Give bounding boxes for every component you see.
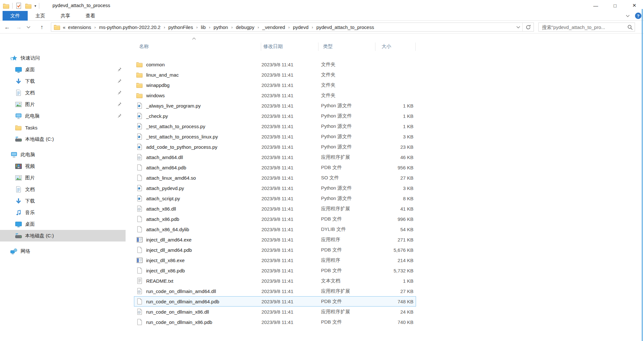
file-row[interactable]: linux_and_mac2023/9/8 11:41文件夹 bbox=[134, 70, 416, 80]
pin-icon[interactable] bbox=[117, 67, 122, 71]
breadcrumb-segment[interactable]: debugpy bbox=[234, 24, 257, 30]
properties-check-icon[interactable] bbox=[15, 2, 22, 9]
file-row[interactable]: run_code_on_dllmain_amd64.pdb2023/9/8 11… bbox=[134, 296, 416, 307]
file-name-cell: inject_dll_amd64.exe bbox=[134, 236, 261, 243]
file-size-cell: 27 KB bbox=[381, 289, 416, 294]
new-folder-icon[interactable] bbox=[25, 2, 32, 9]
file-row[interactable]: attach_amd64.pdb2023/9/8 11:41PDB 文件956 … bbox=[134, 162, 416, 173]
breadcrumb-segment[interactable]: ms-python.python-2022.20.2 bbox=[97, 24, 162, 30]
column-header-size[interactable]: 大小 bbox=[382, 43, 391, 50]
back-button[interactable]: ← bbox=[3, 24, 11, 31]
file-size-cell: 748 KB bbox=[381, 299, 416, 304]
file-row[interactable]: run_code_on_dllmain_x86.dll2023/9/8 11:4… bbox=[134, 307, 416, 317]
column-divider[interactable] bbox=[415, 43, 416, 51]
column-header-type[interactable]: 类型 bbox=[323, 43, 333, 50]
pin-icon[interactable] bbox=[117, 90, 122, 95]
minimize-button[interactable]: — bbox=[586, 0, 605, 11]
column-header-date-modified[interactable]: 修改日期 bbox=[263, 43, 283, 50]
refresh-icon[interactable] bbox=[523, 24, 534, 30]
sidebar-item-音乐[interactable]: 音乐 bbox=[0, 207, 126, 218]
file-row[interactable]: attach_linux_amd64.so2023/9/8 11:41SO 文件… bbox=[134, 173, 416, 183]
sidebar-item-Tasks[interactable]: Tasks bbox=[0, 122, 126, 133]
file-row[interactable]: inject_dll_amd64.exe2023/9/8 11:41应用程序27… bbox=[134, 234, 416, 245]
breadcrumb-overflow-chevrons[interactable]: « bbox=[63, 24, 66, 30]
search-input[interactable] bbox=[539, 24, 625, 30]
address-box[interactable]: «extensions›ms-python.python-2022.20.2›p… bbox=[51, 23, 534, 32]
breadcrumb-separator-icon: › bbox=[195, 25, 199, 30]
address-dropdown-chevron-icon[interactable] bbox=[514, 26, 522, 29]
date-modified-cell: 2023/9/8 11:41 bbox=[261, 72, 321, 78]
collapse-ribbon-chevron-icon[interactable] bbox=[626, 14, 630, 17]
tab-查看[interactable]: 查看 bbox=[78, 11, 103, 21]
file-row[interactable]: attach_x86.pdb2023/9/8 11:41PDB 文件996 KB bbox=[134, 214, 416, 224]
file-row[interactable]: attach_amd64.dll2023/9/8 11:41应用程序扩展46 K… bbox=[134, 152, 416, 162]
file-row[interactable]: inject_dll_x86.pdb2023/9/8 11:41PDB 文件5,… bbox=[134, 265, 416, 276]
tab-主页[interactable]: 主页 bbox=[28, 11, 53, 21]
file-row[interactable]: _test_attach_to_process.py2023/9/8 11:41… bbox=[134, 121, 416, 131]
up-button[interactable]: ↑ bbox=[38, 24, 46, 31]
sidebar-item-label: 视频 bbox=[25, 163, 35, 169]
sidebar-item-本地磁盘 (C:)[interactable]: 本地磁盘 (C:) bbox=[0, 133, 126, 145]
file-row[interactable]: inject_dll_amd64.pdb2023/9/8 11:41PDB 文件… bbox=[134, 245, 416, 255]
sidebar-item-快速访问[interactable]: 快速访问 bbox=[0, 52, 126, 64]
pin-icon[interactable] bbox=[117, 113, 122, 118]
file-row[interactable]: run_code_on_dllmain_amd64.dll2023/9/8 11… bbox=[134, 286, 416, 296]
sidebar-item-此电脑[interactable]: 此电脑 bbox=[0, 149, 126, 160]
sidebar-item-文档[interactable]: 文档 bbox=[0, 87, 126, 99]
file-row[interactable]: common2023/9/8 11:41文件夹 bbox=[134, 59, 416, 70]
sidebar-item-此电脑[interactable]: 此电脑 bbox=[0, 110, 126, 122]
date-modified-cell: 2023/9/8 11:41 bbox=[261, 289, 321, 294]
breadcrumb-segment[interactable]: python bbox=[212, 24, 230, 30]
file-name: attach_amd64.pdb bbox=[146, 165, 186, 170]
tab-共享[interactable]: 共享 bbox=[53, 11, 78, 21]
sidebar-item-下载[interactable]: 下载 bbox=[0, 195, 126, 207]
sidebar-item-视频[interactable]: 视频 bbox=[0, 160, 126, 172]
file-row[interactable]: attach_pydevd.py2023/9/8 11:41Python 源文件… bbox=[134, 183, 416, 193]
sidebar-item-桌面[interactable]: 桌面 bbox=[0, 64, 126, 75]
breadcrumb-segment[interactable]: pythonFiles bbox=[166, 24, 195, 30]
sidebar-item-图片[interactable]: 图片 bbox=[0, 99, 126, 110]
pin-icon[interactable] bbox=[117, 79, 122, 83]
file-row[interactable]: attach_x86_64.dylib2023/9/8 11:41DYLIB 文… bbox=[134, 224, 416, 234]
music-icon bbox=[15, 209, 22, 216]
file-row[interactable]: _test_attach_to_process_linux.py2023/9/8… bbox=[134, 131, 416, 142]
breadcrumb-segment[interactable]: lib bbox=[199, 24, 208, 30]
sidebar-item-文档[interactable]: 文档 bbox=[0, 184, 126, 195]
file-row[interactable]: windows2023/9/8 11:41文件夹 bbox=[134, 90, 416, 100]
help-icon[interactable]: ? bbox=[635, 13, 641, 19]
file-row[interactable]: winappdbg2023/9/8 11:41文件夹 bbox=[134, 80, 416, 90]
sidebar-item-label: 本地磁盘 (C:) bbox=[25, 233, 54, 239]
recent-locations-chevron-icon[interactable] bbox=[26, 26, 34, 29]
tab-文件[interactable]: 文件 bbox=[3, 11, 28, 21]
close-button[interactable]: ✕ bbox=[625, 0, 644, 11]
sidebar-item-网络[interactable]: 网络 bbox=[0, 245, 126, 257]
sidebar-item-桌面[interactable]: 桌面 bbox=[0, 218, 126, 230]
column-header-name[interactable]: 名称 bbox=[139, 43, 149, 50]
pin-icon[interactable] bbox=[117, 102, 122, 106]
sidebar-item-本地磁盘 (C:)[interactable]: 本地磁盘 (C:) bbox=[0, 230, 126, 242]
search-icon[interactable] bbox=[625, 24, 635, 30]
breadcrumb-segment[interactable]: _vendored bbox=[260, 24, 287, 30]
file-row[interactable]: inject_dll_x86.exe2023/9/8 11:41应用程序214 … bbox=[134, 255, 416, 265]
breadcrumb-segment[interactable]: pydevd_attach_to_process bbox=[314, 24, 376, 30]
maximize-button[interactable]: □ bbox=[605, 0, 625, 11]
customize-qat-chevron-icon[interactable]: ▾ bbox=[34, 4, 36, 8]
breadcrumb-segment[interactable]: extensions bbox=[66, 24, 93, 30]
sidebar-item-图片[interactable]: 图片 bbox=[0, 172, 126, 184]
title-bar: ▾ pydevd_attach_to_process — □ ✕ bbox=[0, 0, 644, 11]
file-row[interactable]: run_code_on_dllmain_x86.pdb2023/9/8 11:4… bbox=[134, 317, 416, 327]
forward-button[interactable]: → bbox=[15, 24, 23, 31]
file-row[interactable]: _always_live_program.py2023/9/8 11:41Pyt… bbox=[134, 100, 416, 111]
sidebar-item-下载[interactable]: 下载 bbox=[0, 75, 126, 87]
address-folder-icon bbox=[54, 24, 60, 30]
file-row[interactable]: _check.py2023/9/8 11:41Python 源文件1 KB bbox=[134, 111, 416, 121]
this-pc-icon bbox=[15, 112, 22, 119]
file-row[interactable]: add_code_to_python_process.py2023/9/8 11… bbox=[134, 142, 416, 152]
file-row[interactable]: attach_script.py2023/9/8 11:41Python 源文件… bbox=[134, 193, 416, 204]
file-row[interactable]: README.txt2023/9/8 11:41文本文档1 KB bbox=[134, 276, 416, 286]
column-divider[interactable] bbox=[375, 43, 375, 51]
file-row[interactable]: attach_x86.dll2023/9/8 11:41应用程序扩展41 KB bbox=[134, 204, 416, 214]
breadcrumb-segment[interactable]: pydevd bbox=[291, 24, 310, 30]
column-divider[interactable] bbox=[318, 43, 318, 51]
column-divider[interactable] bbox=[261, 43, 261, 51]
